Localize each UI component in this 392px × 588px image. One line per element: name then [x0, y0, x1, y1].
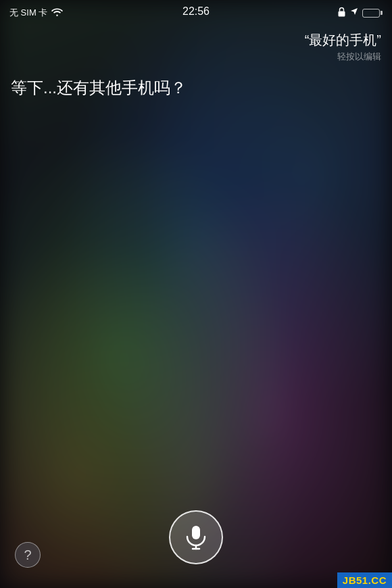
- screen: 无 SIM 卡 22:56: [0, 0, 392, 588]
- status-left: 无 SIM 卡: [9, 7, 63, 19]
- sim-label: 无 SIM 卡: [9, 7, 47, 19]
- edit-hint: 轻按以编辑: [11, 51, 381, 63]
- query-block: “最好的手机” 轻按以编辑: [11, 31, 381, 63]
- battery-icon: [362, 9, 383, 18]
- query-text: “最好的手机”: [11, 31, 381, 49]
- mic-icon: [183, 524, 209, 550]
- watermark: JB51.CC: [337, 572, 392, 588]
- svg-rect-0: [339, 11, 345, 16]
- siri-content: “最好的手机” 轻按以编辑 等下...还有其他手机吗？: [0, 24, 392, 500]
- location-icon: [350, 7, 358, 19]
- svg-rect-1: [192, 526, 200, 539]
- lock-icon: [337, 7, 346, 20]
- time-display: 22:56: [182, 5, 210, 18]
- bottom-bar: ?: [0, 500, 392, 588]
- wifi-icon: [51, 7, 63, 18]
- help-button[interactable]: ?: [15, 542, 41, 568]
- status-right: [337, 7, 383, 20]
- mic-button[interactable]: [169, 510, 223, 564]
- response-text: 等下...还有其他手机吗？: [11, 76, 381, 99]
- status-bar: 无 SIM 卡 22:56: [0, 0, 392, 24]
